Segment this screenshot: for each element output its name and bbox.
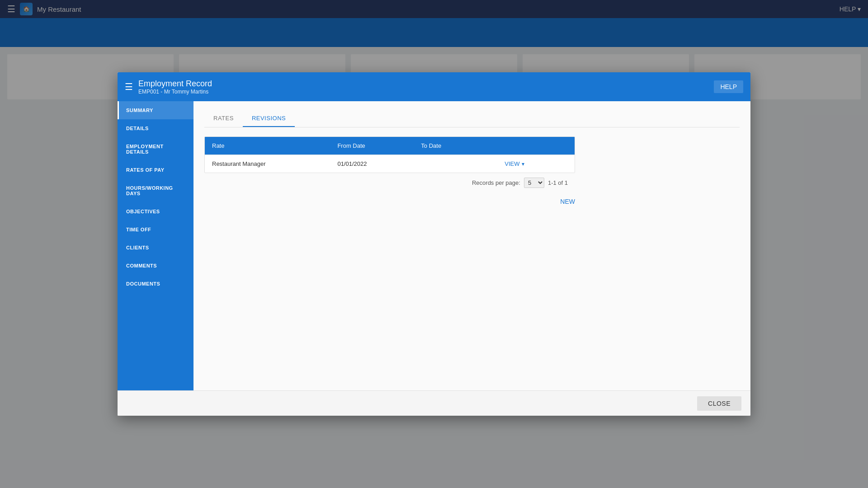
sidebar: SUMMARY DETAILS EMPLOYMENT DETAILS RATES… bbox=[118, 101, 193, 390]
view-dropdown-icon[interactable]: ▾ bbox=[522, 161, 524, 167]
tab-rates[interactable]: RATES bbox=[204, 110, 243, 127]
modal-footer: CLOSE bbox=[118, 390, 750, 416]
header-actions bbox=[505, 142, 567, 149]
sidebar-item-clients[interactable]: CLIENTS bbox=[118, 239, 193, 257]
sidebar-item-rates-of-pay[interactable]: RATES OF PAY bbox=[118, 161, 193, 179]
modal-overlay: ☰ Employment Record EMP001 - Mr Tommy Ma… bbox=[0, 0, 868, 488]
modal-title: Employment Record bbox=[138, 79, 212, 89]
sidebar-item-details[interactable]: DETAILS bbox=[118, 119, 193, 137]
modal-title-block: Employment Record EMP001 - Mr Tommy Mart… bbox=[138, 79, 212, 95]
sidebar-item-hours-working-days[interactable]: HOURS/WORKING DAYS bbox=[118, 179, 193, 202]
tab-revisions[interactable]: REVISIONS bbox=[243, 110, 295, 127]
modal-help-button[interactable]: HELP bbox=[714, 80, 743, 93]
header-from-date: From Date bbox=[337, 142, 421, 149]
modal-header-left: ☰ Employment Record EMP001 - Mr Tommy Ma… bbox=[125, 79, 212, 95]
modal-body: SUMMARY DETAILS EMPLOYMENT DETAILS RATES… bbox=[118, 101, 750, 390]
modal-subtitle: EMP001 - Mr Tommy Martins bbox=[138, 89, 212, 95]
table-header-row: Rate From Date To Date bbox=[205, 137, 575, 155]
header-to-date: To Date bbox=[421, 142, 505, 149]
pagination-bar: Records per page: 5 10 25 1-1 of 1 bbox=[204, 173, 575, 192]
modal-header: ☰ Employment Record EMP001 - Mr Tommy Ma… bbox=[118, 72, 750, 101]
sidebar-item-time-off[interactable]: TIME OFF bbox=[118, 221, 193, 239]
revisions-table: Rate From Date To Date Restaurant Manage… bbox=[204, 136, 575, 173]
records-per-page-label: Records per page: bbox=[472, 179, 520, 186]
sidebar-item-documents[interactable]: DOCUMENTS bbox=[118, 275, 193, 293]
modal-menu-icon[interactable]: ☰ bbox=[125, 81, 133, 92]
sidebar-item-summary[interactable]: SUMMARY bbox=[118, 101, 193, 119]
cell-actions: VIEW ▾ bbox=[505, 160, 567, 167]
employment-record-modal: ☰ Employment Record EMP001 - Mr Tommy Ma… bbox=[118, 72, 750, 416]
table-row: Restaurant Manager 01/01/2022 VIEW ▾ bbox=[205, 155, 575, 173]
sidebar-item-employment-details[interactable]: EMPLOYMENT DETAILS bbox=[118, 137, 193, 161]
header-rate: Rate bbox=[212, 142, 337, 149]
content-area: RATES REVISIONS Rate From Date To Date R… bbox=[193, 101, 750, 390]
sidebar-item-objectives[interactable]: OBJECTIVES bbox=[118, 202, 193, 221]
cell-rate: Restaurant Manager bbox=[212, 160, 337, 167]
view-button[interactable]: VIEW bbox=[505, 160, 519, 167]
new-button[interactable]: NEW bbox=[204, 198, 575, 205]
page-info: 1-1 of 1 bbox=[548, 179, 568, 186]
cell-from-date: 01/01/2022 bbox=[337, 160, 421, 167]
tab-bar: RATES REVISIONS bbox=[204, 110, 740, 127]
close-button[interactable]: CLOSE bbox=[697, 396, 741, 411]
records-per-page-select[interactable]: 5 10 25 bbox=[524, 178, 544, 188]
sidebar-item-comments[interactable]: COMMENTS bbox=[118, 257, 193, 275]
